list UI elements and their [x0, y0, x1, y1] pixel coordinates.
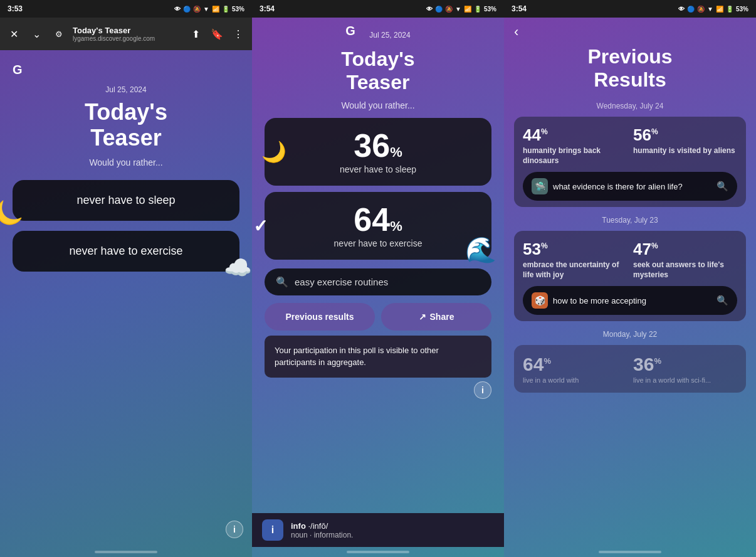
wifi-icon-2: ▼ — [455, 6, 461, 13]
prev-option-1a: 44% humanity brings back dinosaurs — [523, 125, 627, 166]
status-bar-2: 3:54 👁 🔵 🔕 ▼ 📶 🔋 53% — [252, 0, 504, 18]
monday-pct-a: 64% — [523, 354, 627, 375]
eye-icon-2: 👁 — [426, 6, 433, 13]
mute-icon: 🔕 — [193, 6, 201, 13]
panel-1-content: G Jul 25, 2024 Today'sTeaser Would you r… — [0, 50, 252, 547]
subtitle-2: Would you rather... — [341, 100, 414, 110]
close-button[interactable]: ✕ — [5, 25, 23, 43]
prev-pct-1b: 56% — [633, 125, 737, 145]
main-title-1: Today'sTeaser — [85, 99, 167, 151]
prev-option-1b: 56% humanity is visited by aliens — [633, 125, 737, 166]
share-button[interactable]: ⬆ — [187, 25, 204, 43]
battery-icon-3: 🔋 — [726, 6, 733, 13]
result-1-pct: 36 — [354, 129, 390, 162]
battery-pct-1: 53% — [232, 6, 244, 13]
status-bar-1: 3:53 👁 🔵 🔕 ▼ 📶 🔋 53% — [0, 0, 252, 18]
panel-3-content: ‹ PreviousResults Wednesday, July 24 44%… — [504, 18, 756, 547]
prev-results-button[interactable]: Previous results — [265, 303, 375, 331]
prev-option-2b: 47% seek out answers to life's mysteries — [633, 240, 737, 280]
prev-pct-2b: 47% — [633, 240, 737, 259]
result-card-2[interactable]: ✓ 64 % never have to exercise 🌊 — [265, 192, 491, 260]
time-2: 3:54 — [260, 4, 275, 13]
battery-icon-2: 🔋 — [474, 6, 481, 13]
time-1: 3:53 — [8, 4, 23, 13]
day-label-3: Monday, July 22 — [514, 330, 746, 339]
info-button-1[interactable]: i — [226, 521, 243, 538]
status-icons-1: 👁 🔵 🔕 ▼ 📶 🔋 53% — [174, 6, 244, 13]
prev-search-bar-1[interactable]: 🛸 what evidence is there for alien life?… — [523, 172, 737, 201]
bookmark-button[interactable]: 🔖 — [208, 25, 226, 43]
search-text-2: easy exercise routines — [295, 277, 388, 287]
browser-url: lygames.discover.google.com — [73, 35, 182, 42]
search-icon-2: 🔍 — [276, 276, 288, 288]
dict-def: noun · information. — [291, 531, 353, 539]
option-1-text: never have to sleep — [76, 194, 175, 207]
nav-line-3 — [599, 551, 661, 553]
monday-opts: 64% live in a world with 36% live in a w… — [523, 354, 737, 384]
status-icons-2: 👁 🔵 🔕 ▼ 📶 🔋 53% — [426, 6, 496, 13]
result-1-label: never have to sleep — [340, 164, 416, 174]
info-button-2[interactable]: i — [474, 381, 491, 399]
panel-previous-results: 3:54 👁 🔵 🔕 ▼ 📶 🔋 53% ‹ PreviousResults W… — [504, 0, 756, 557]
prev-search-text-2: how to be more accepting — [553, 296, 711, 305]
monday-label-b: live in a world with sci-fi... — [633, 376, 737, 384]
ufo-icon: 🛸 — [532, 178, 548, 194]
panel-browser: 3:53 👁 🔵 🔕 ▼ 📶 🔋 53% ✕ ⌄ ⚙ Today's Tease… — [0, 0, 252, 557]
status-bar-3: 3:54 👁 🔵 🔕 ▼ 📶 🔋 53% — [504, 0, 756, 18]
share-icon-2: ↗ — [419, 312, 426, 322]
monday-block: 64% live in a world with 36% live in a w… — [514, 345, 746, 393]
prev-search-bar-2[interactable]: 🎲 how to be more accepting 🔍 — [523, 286, 737, 315]
prev-opt-label-1b: humanity is visited by aliens — [633, 146, 737, 156]
checkmark-icon: ✓ — [253, 215, 268, 236]
search-mag-2: 🔍 — [717, 295, 728, 306]
signal-icon: 📶 — [212, 6, 219, 13]
bottom-buttons: Previous results ↗ Share — [265, 303, 491, 331]
search-mag-1: 🔍 — [717, 181, 728, 192]
option-2-text: never have to exercise — [69, 245, 182, 258]
panel-2-content: G Jul 25, 2024 Today'sTeaser Would you r… — [252, 18, 504, 547]
search-bar-2[interactable]: 🔍 easy exercise routines — [265, 268, 491, 295]
signal-icon-3: 📶 — [716, 6, 723, 13]
share-button-2[interactable]: ↗ Share — [381, 303, 491, 331]
battery-icon: 🔋 — [222, 6, 229, 13]
subtitle-1: Would you rather... — [89, 157, 162, 167]
tooltip-text: Your participation in this poll is visib… — [275, 346, 439, 368]
time-3: 3:54 — [512, 4, 527, 13]
date-label-2: Jul 25, 2024 — [369, 31, 410, 40]
result-card-1[interactable]: 36 % never have to sleep 🌙 — [265, 118, 491, 186]
browser-title-area: Today's Teaser lygames.discover.google.c… — [73, 26, 182, 42]
prev-pct-2a: 53% — [523, 240, 627, 259]
monday-option-b: 36% live in a world with sci-fi... — [633, 354, 737, 384]
more-button[interactable]: ⋮ — [229, 25, 247, 43]
bt-icon: 🔵 — [183, 6, 191, 13]
back-button[interactable]: ‹ — [514, 24, 518, 40]
day-label-1: Wednesday, July 24 — [514, 102, 746, 110]
monday-pct-b: 36% — [633, 354, 737, 375]
dict-pron: ·/infō/ — [308, 521, 328, 531]
share-icon-browser[interactable]: ⚙ — [50, 25, 68, 43]
bt-icon-2: 🔵 — [435, 6, 443, 13]
option-card-2[interactable]: never have to exercise ☁️ — [13, 231, 239, 272]
dict-bar: i info ·/infō/ noun · information. — [252, 513, 504, 547]
browser-title: Today's Teaser — [73, 26, 182, 35]
mute-icon-2: 🔕 — [445, 6, 453, 13]
mute-icon-3: 🔕 — [697, 6, 705, 13]
chevron-down-button[interactable]: ⌄ — [28, 25, 45, 43]
eye-icon: 👁 — [174, 6, 181, 13]
dict-icon: i — [262, 519, 283, 541]
option-card-1[interactable]: never have to sleep 🌙 — [13, 180, 239, 221]
prev-results-title: PreviousResults — [514, 45, 746, 92]
day-label-2: Tuesday, July 23 — [514, 216, 746, 225]
wifi-icon-3: ▼ — [707, 6, 713, 13]
signal-icon-2: 📶 — [464, 6, 471, 13]
prev-option-2a: 53% embrace the uncertainty of life with… — [523, 240, 627, 280]
prev-options-row-1: 44% humanity brings back dinosaurs 56% h… — [523, 125, 737, 166]
bt-icon-3: 🔵 — [687, 6, 695, 13]
prev-pct-1a: 44% — [523, 125, 627, 145]
p3-inner: ‹ PreviousResults Wednesday, July 24 44%… — [504, 18, 756, 547]
wifi-icon: ▼ — [203, 6, 209, 13]
status-icons-3: 👁 🔵 🔕 ▼ 📶 🔋 53% — [678, 6, 748, 13]
monday-label-a: live in a world with — [523, 376, 627, 384]
browser-actions: ⬆ 🔖 ⋮ — [187, 25, 247, 43]
share-label: Share — [430, 312, 454, 322]
